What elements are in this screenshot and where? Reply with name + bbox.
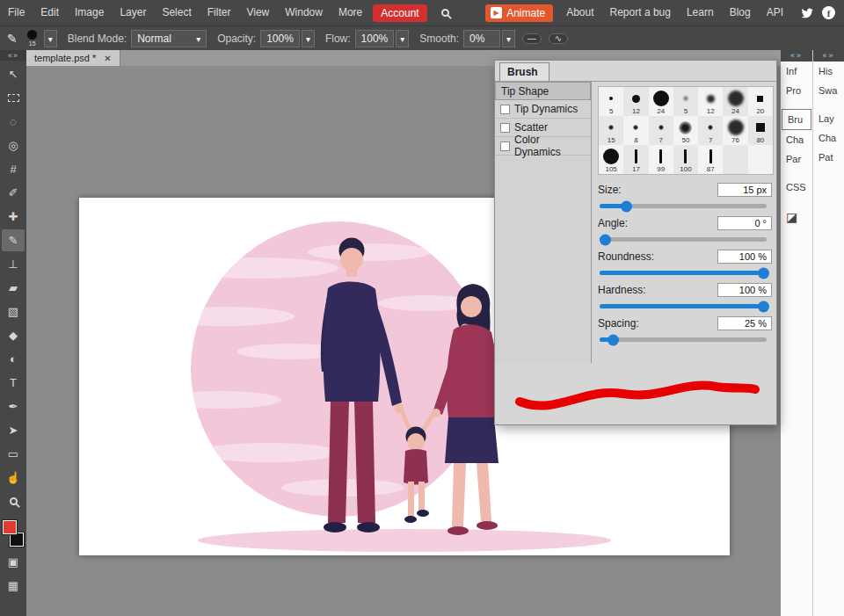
quick-select-tool[interactable]: ◎ (2, 134, 25, 156)
panel-tab-character[interactable]: Cha (813, 128, 844, 148)
spacing-input[interactable]: 25% (717, 316, 772, 330)
panel-tab-layers[interactable]: Lay (813, 109, 844, 128)
brush-tool[interactable]: ✎ (2, 229, 25, 251)
brush-preset-picker[interactable]: 15 (23, 30, 42, 47)
eyedropper-tool[interactable]: ✐ (2, 182, 25, 204)
background-color-swatch[interactable] (10, 533, 24, 547)
panel-tab-properties[interactable]: Pro (781, 81, 812, 100)
brush-preset[interactable]: 12 (623, 87, 648, 116)
section-tip-shape[interactable]: Tip Shape (495, 82, 591, 100)
panel-tab-history[interactable]: His (813, 62, 844, 81)
clone-stamp-tool[interactable]: ⊥ (2, 253, 25, 275)
hardness-slider-thumb[interactable] (758, 301, 769, 312)
rectangle-shape-tool[interactable]: ▭ (2, 443, 25, 465)
brush-picker-dropdown[interactable] (44, 30, 57, 47)
menu-window[interactable]: Window (277, 0, 331, 25)
brush-panel-titlebar[interactable]: Brush (495, 61, 776, 81)
close-icon[interactable]: ✕ (104, 54, 111, 63)
hardness-slider[interactable] (600, 304, 767, 308)
brush-preset[interactable]: 5 (673, 87, 698, 116)
spacing-slider[interactable] (600, 337, 767, 342)
panel-tab-info[interactable]: Inf (781, 62, 812, 81)
menu-about[interactable]: About (558, 0, 601, 25)
flow-input[interactable]: 100% (355, 30, 395, 47)
toolbar-collapse-button[interactable]: «» (0, 50, 26, 61)
panel-collapse-icon[interactable]: «» (813, 50, 844, 62)
brush-preset[interactable]: 50 (673, 116, 698, 145)
brush-preset[interactable]: 5 (599, 87, 623, 116)
panel-tab-swatches[interactable]: Swa (813, 81, 844, 100)
stroke-straight-icon[interactable]: — (522, 33, 542, 44)
color-dynamics-checkbox[interactable] (500, 141, 510, 151)
menu-file[interactable]: File (0, 0, 33, 25)
facebook-icon[interactable] (822, 6, 835, 19)
blur-tool[interactable]: ◆ (2, 324, 25, 346)
crop-tool[interactable]: # (2, 158, 25, 180)
brush-preset[interactable]: 7 (698, 116, 723, 145)
angle-input[interactable]: 0° (717, 216, 772, 230)
menu-api[interactable]: API (759, 0, 791, 25)
foreground-color-swatch[interactable] (3, 520, 17, 534)
spot-heal-tool[interactable]: ✚ (2, 206, 25, 228)
brush-preset[interactable]: 8 (623, 116, 648, 145)
path-select-tool[interactable]: ➤ (2, 419, 25, 441)
rectangle-select-tool[interactable] (2, 87, 25, 109)
blend-mode-select[interactable]: Normal (131, 30, 207, 47)
color-swatches[interactable] (1, 518, 25, 550)
eraser-tool[interactable]: ▰ (2, 277, 25, 299)
panel-tab-image[interactable]: ◪ (781, 206, 812, 228)
hardness-input[interactable]: 100% (717, 283, 772, 297)
brush-preset[interactable]: 24 (649, 87, 673, 116)
scatter-checkbox[interactable] (500, 123, 510, 133)
brush-preset[interactable]: 105 (599, 145, 623, 174)
animate-button[interactable]: Animate (485, 4, 553, 22)
spacing-slider-thumb[interactable] (608, 334, 619, 345)
panel-tab-brush[interactable]: Bru (782, 109, 811, 130)
type-tool[interactable]: T (2, 372, 25, 394)
move-tool[interactable]: ↖ (2, 63, 25, 85)
brush-preset[interactable]: 7 (649, 116, 673, 145)
brush-preset[interactable]: 17 (623, 145, 648, 174)
menu-report-a-bug[interactable]: Report a bug (602, 0, 679, 25)
tip-dynamics-checkbox[interactable] (500, 105, 510, 114)
menu-edit[interactable]: Edit (33, 0, 67, 25)
brush-preset[interactable]: 20 (748, 87, 773, 116)
panel-tab-css[interactable]: CSS (781, 178, 812, 197)
panel-collapse-icon[interactable]: «» (781, 50, 812, 62)
quick-mask-button[interactable]: ▣ (2, 551, 25, 573)
brush-preset[interactable]: 100 (673, 145, 698, 174)
brush-preset[interactable]: 80 (748, 116, 773, 145)
size-input[interactable]: 15px (717, 183, 772, 197)
brush-preset[interactable]: 15 (599, 116, 623, 145)
brush-preset[interactable]: 99 (649, 145, 673, 174)
angle-slider[interactable] (600, 237, 767, 242)
menu-learn[interactable]: Learn (679, 0, 722, 25)
smooth-dropdown[interactable] (502, 30, 515, 47)
menu-filter[interactable]: Filter (200, 0, 239, 25)
shortcuts-button[interactable]: ▦ (2, 575, 25, 597)
menu-view[interactable]: View (238, 0, 277, 25)
angle-slider-thumb[interactable] (600, 234, 611, 245)
menu-image[interactable]: Image (67, 0, 112, 25)
menu-layer[interactable]: Layer (112, 0, 154, 25)
roundness-input[interactable]: 100% (717, 250, 772, 264)
menu-more[interactable]: More (331, 0, 370, 25)
hand-tool[interactable]: ☝ (2, 467, 25, 489)
brush-preset[interactable]: 24 (723, 87, 747, 116)
account-button[interactable]: Account (373, 4, 426, 22)
roundness-slider[interactable] (600, 271, 767, 275)
size-slider[interactable] (600, 204, 767, 208)
brush-preset[interactable]: 12 (698, 87, 723, 116)
opacity-dropdown[interactable] (302, 30, 315, 47)
size-slider-thumb[interactable] (621, 200, 632, 212)
brush-preset[interactable]: 87 (698, 145, 723, 174)
menu-select[interactable]: Select (154, 0, 199, 25)
lasso-select-tool[interactable]: ◌ (2, 111, 25, 133)
panel-tab-paragraph[interactable]: Par (781, 149, 812, 169)
panel-tab-paths[interactable]: Pat (813, 148, 844, 167)
zoom-tool[interactable] (2, 490, 25, 512)
flow-dropdown[interactable] (396, 30, 409, 47)
menu-blog[interactable]: Blog (722, 0, 759, 25)
search-icon[interactable] (433, 7, 458, 19)
pen-tool[interactable]: ✒ (2, 395, 25, 417)
